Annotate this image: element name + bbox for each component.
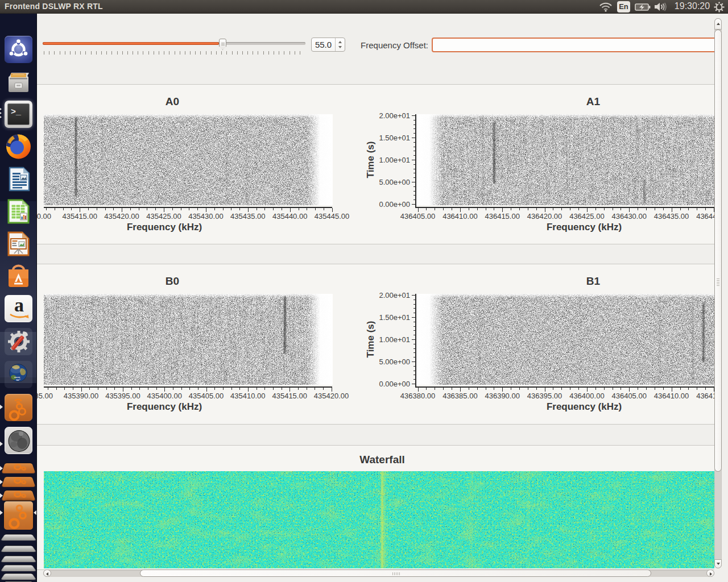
svg-text:14:º: 14:º (16, 379, 20, 381)
